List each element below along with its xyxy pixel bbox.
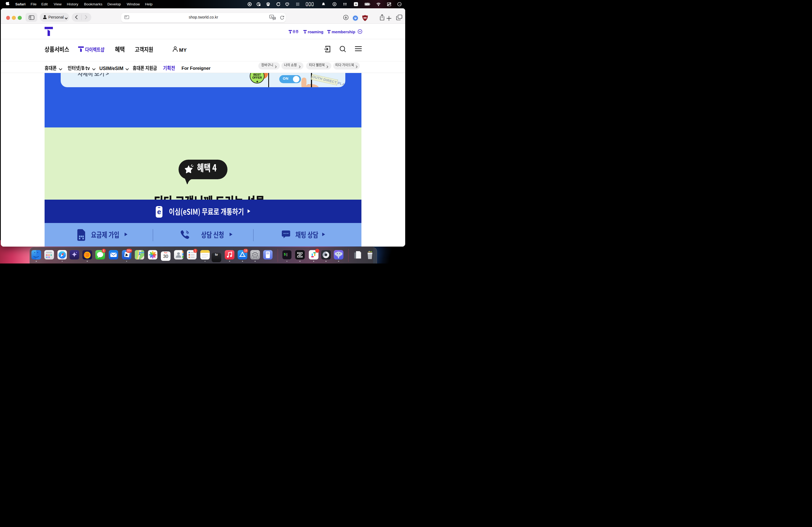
- svg-text:A: A: [271, 15, 273, 18]
- svg-text:A: A: [355, 3, 357, 6]
- svg-text:e: e: [157, 208, 161, 216]
